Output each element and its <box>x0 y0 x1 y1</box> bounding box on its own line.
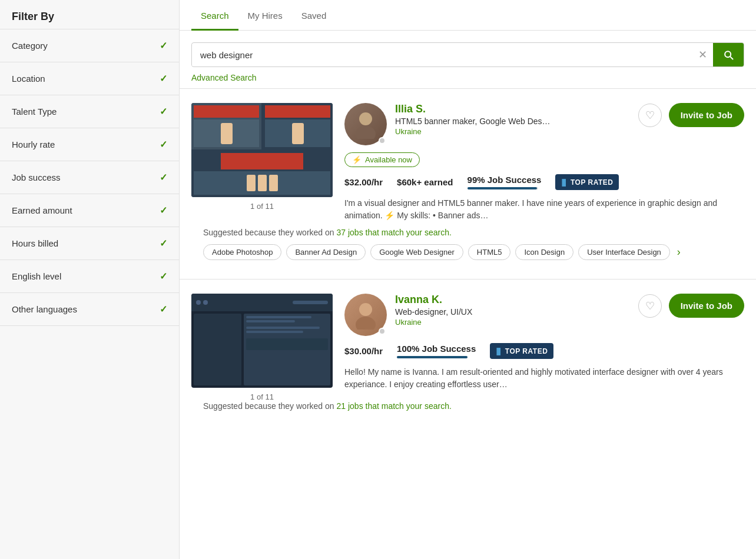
chevron-icon-earned-amount: ✓ <box>160 205 167 216</box>
svg-point-1 <box>356 126 376 139</box>
online-status-dot <box>379 328 386 335</box>
freelancer-name[interactable]: Illia S. <box>395 103 630 115</box>
earned-stat: $60k+ earned <box>397 177 453 187</box>
skill-tag[interactable]: Icon Design <box>515 244 573 260</box>
suggested-link[interactable]: 21 jobs that match your search. <box>337 401 452 411</box>
filter-hours-billed[interactable]: Hours billed✓ <box>0 227 179 259</box>
filter-label-talent-type: Talent Type <box>12 107 57 117</box>
filter-label-hourly-rate: Hourly rate <box>12 139 55 149</box>
chevron-icon-job-success: ✓ <box>160 172 167 183</box>
freelancer-card-ivanna: 1 of 11 Ivanna K. Web-designer, UI/UX Uk… <box>180 279 756 432</box>
stats-row: $32.00/hr $60k+ earned 99% Job Success ▮… <box>344 174 744 190</box>
main-content: Search My Hires Saved ✕ Advanced Search <box>180 0 756 559</box>
card-header: Illia S. HTML5 banner maker, Google Web … <box>344 103 744 145</box>
online-status-dot <box>379 137 386 144</box>
chevron-icon-talent-type: ✓ <box>160 106 167 117</box>
tab-search[interactable]: Search <box>191 0 238 31</box>
available-badge: ⚡ Available now <box>344 152 420 167</box>
advanced-search-link[interactable]: Advanced Search <box>191 67 257 88</box>
portfolio-image[interactable] <box>191 294 333 388</box>
tabs-bar: Search My Hires Saved <box>180 0 756 31</box>
rate-stat: $30.00/hr <box>344 346 383 356</box>
freelancer-card-illia: 1 of 11 Illia S. HTML5 banner maker, Goo… <box>180 88 756 279</box>
skill-tag[interactable]: HTML5 <box>468 244 511 260</box>
card-inner: 1 of 11 Ivanna K. Web-designer, UI/UX Uk… <box>191 294 744 401</box>
freelancer-title: HTML5 banner maker, Google Web Des… <box>395 117 630 126</box>
invite-to-job-button[interactable]: Invite to Job <box>669 294 744 318</box>
sidebar-title: Filter By <box>0 0 179 29</box>
filter-talent-type[interactable]: Talent Type✓ <box>0 95 179 128</box>
freelancer-location: Ukraine <box>395 127 630 136</box>
filter-other-languages[interactable]: Other languages✓ <box>0 292 179 326</box>
job-success-bar <box>397 356 467 358</box>
card-content: Illia S. HTML5 banner maker, Google Web … <box>344 103 744 228</box>
filter-english-level[interactable]: English level✓ <box>0 259 179 292</box>
suggested-text: Suggested because they worked on 37 jobs… <box>191 228 744 237</box>
job-success-bar-fill <box>397 356 467 358</box>
filter-job-success[interactable]: Job success✓ <box>0 161 179 194</box>
skill-tag[interactable]: Banner Ad Design <box>286 244 366 260</box>
filter-location[interactable]: Location✓ <box>0 62 179 95</box>
top-rated-badge: ▮ TOP RATED <box>555 174 619 190</box>
search-button[interactable] <box>713 43 744 66</box>
svg-point-0 <box>359 112 372 125</box>
freelancer-cards: 1 of 11 Illia S. HTML5 banner maker, Goo… <box>180 88 756 432</box>
suggested-text: Suggested because they worked on 21 jobs… <box>191 401 744 411</box>
tab-saved[interactable]: Saved <box>292 0 336 31</box>
portfolio-section: 1 of 11 <box>191 103 333 228</box>
job-success-value: 100% Job Success <box>397 344 476 354</box>
card-content: Ivanna K. Web-designer, UI/UX Ukraine ♡ … <box>344 294 744 401</box>
chevron-icon-other-languages: ✓ <box>160 304 167 315</box>
filter-category[interactable]: Category✓ <box>0 29 179 62</box>
save-heart-button[interactable]: ♡ <box>638 104 662 127</box>
avatar-wrap <box>344 294 387 336</box>
top-rated-label: TOP RATED <box>505 347 548 355</box>
sidebar: Filter By Category✓Location✓Talent Type✓… <box>0 0 180 559</box>
svg-point-2 <box>359 303 372 316</box>
freelancer-info: Ivanna K. Web-designer, UI/UX Ukraine <box>395 294 630 327</box>
svg-point-3 <box>356 317 376 330</box>
portfolio-section: 1 of 11 <box>191 294 333 401</box>
available-label: Available now <box>365 155 412 164</box>
invite-to-job-button[interactable]: Invite to Job <box>669 103 744 127</box>
more-skills-button[interactable]: › <box>675 246 683 258</box>
portfolio-count: 1 of 11 <box>191 392 333 401</box>
freelancer-location: Ukraine <box>395 318 630 327</box>
freelancer-description: I'm a visual designer and HTML5 banner m… <box>344 197 744 222</box>
avatar-wrap <box>344 103 387 145</box>
freelancer-name[interactable]: Ivanna K. <box>395 294 630 306</box>
shield-icon: ▮ <box>496 345 502 357</box>
portfolio-count: 1 of 11 <box>191 202 333 211</box>
search-clear-button[interactable]: ✕ <box>692 48 713 61</box>
top-rated-label: TOP RATED <box>571 178 614 187</box>
filter-label-other-languages: Other languages <box>12 304 77 314</box>
search-input[interactable] <box>192 44 692 66</box>
freelancer-info: Illia S. HTML5 banner maker, Google Web … <box>395 103 630 136</box>
skill-tag[interactable]: User Interface Design <box>578 244 670 260</box>
chevron-icon-hours-billed: ✓ <box>160 238 167 249</box>
tab-my-hires[interactable]: My Hires <box>238 0 292 31</box>
skill-tag[interactable]: Google Web Designer <box>370 244 463 260</box>
job-success-stat: 100% Job Success <box>397 344 476 358</box>
job-success-stat: 99% Job Success <box>467 175 542 189</box>
suggested-link[interactable]: 37 jobs that match your search. <box>337 228 452 237</box>
search-icon <box>722 49 734 61</box>
filter-label-earned-amount: Earned amount <box>12 205 72 215</box>
stats-row: $30.00/hr 100% Job Success ▮ TOP RATED <box>344 343 744 359</box>
job-success-bar-fill <box>467 187 538 189</box>
filter-earned-amount[interactable]: Earned amount✓ <box>0 194 179 227</box>
job-success-bar <box>467 187 538 189</box>
search-bar: ✕ <box>191 42 744 67</box>
skill-tag[interactable]: Adobe Photoshop <box>203 244 281 260</box>
freelancer-title: Web-designer, UI/UX <box>395 307 630 317</box>
card-actions: ♡ Invite to Job <box>638 103 744 127</box>
chevron-icon-english-level: ✓ <box>160 271 167 282</box>
portfolio-image[interactable] <box>191 103 333 197</box>
card-actions: ♡ Invite to Job <box>638 294 744 318</box>
shield-icon: ▮ <box>561 177 567 188</box>
filter-label-location: Location <box>12 74 45 84</box>
filter-label-category: Category <box>12 41 48 51</box>
filter-hourly-rate[interactable]: Hourly rate✓ <box>0 128 179 161</box>
filter-label-job-success: Job success <box>12 172 61 182</box>
save-heart-button[interactable]: ♡ <box>638 294 662 318</box>
